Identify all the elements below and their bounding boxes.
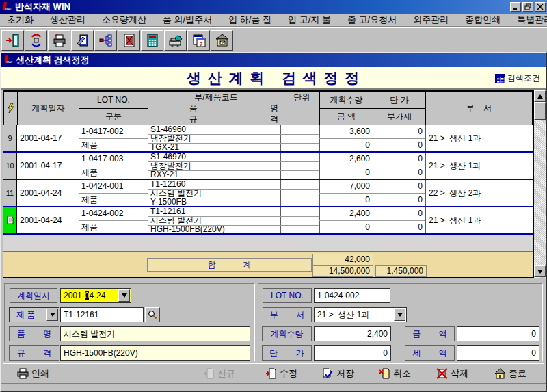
exit-button[interactable]: 종료 (494, 367, 526, 380)
home-mail-icon[interactable] (211, 30, 233, 51)
print-icon[interactable] (48, 30, 70, 51)
plan-date-combobox[interactable]: 2001-04-24 (60, 288, 131, 303)
cancel-button[interactable]: 취소 (379, 367, 411, 380)
tax-input[interactable]: 0 (457, 345, 539, 361)
item-type-dropdown-arrow[interactable] (46, 309, 58, 321)
cell-lot-no: 1-0424-001 (81, 180, 146, 193)
menu-item-init[interactable]: 초기화 (7, 14, 34, 26)
refresh-rotate-icon[interactable] (25, 30, 47, 51)
amount-label: 금 액 (405, 326, 455, 341)
search-button[interactable] (145, 307, 160, 322)
delete-button[interactable]: 삭제 (436, 367, 468, 380)
plan-date-dropdown-arrow[interactable] (118, 289, 130, 302)
lot-no-input[interactable]: 1-0424-002 (314, 288, 390, 303)
cell-lot-no: 1-0424-002 (81, 207, 146, 220)
grid-total-row: 합 계 42,000 14,500,000 1,450,000 (3, 251, 533, 277)
menu-item-order[interactable]: 품 의/발주서 (163, 14, 212, 26)
print-button-icon (17, 368, 29, 379)
cell-lot-no: 1-0417-003 (81, 153, 146, 166)
row-indicator: 11 (3, 180, 17, 206)
scrollbar-thumb[interactable] (534, 102, 546, 120)
plan-date-cursor: 0 (85, 291, 90, 300)
item-spec-field[interactable]: HGH-1500FB(220V) (60, 345, 250, 361)
menu-item-special[interactable]: 특별관리 (517, 14, 547, 26)
machine-tool-icon[interactable] (164, 30, 187, 51)
table-row[interactable]: 9 2001-04-17 1-0417-002 제품 S1-46960 냉장발전… (3, 125, 533, 153)
menu-item-print-all[interactable]: 종합인쇄 (465, 14, 501, 26)
header-band: 생 산 계 획 검 색 정 정 검색조건 (1, 67, 546, 90)
cell-item-spec: RXY-21 (150, 170, 319, 179)
menu-item-production[interactable]: 생산관리 (50, 14, 85, 26)
print-button[interactable]: 인쇄 (17, 367, 49, 380)
header-dept: 부 서 (425, 91, 533, 125)
menu-item-stockin-payment[interactable]: 입 고/지 불 (288, 14, 331, 26)
edit-button[interactable]: 수정 (265, 367, 297, 380)
unit-price-input[interactable]: 0 (314, 345, 391, 361)
menu-item-receiving-quality[interactable]: 입 하/품 질 (228, 14, 271, 26)
tax-label: 세 액 (405, 345, 455, 361)
item-name-label: 품 명 (9, 326, 59, 341)
exit-door-icon[interactable] (1, 30, 24, 51)
save-button[interactable]: 저장 (322, 367, 354, 380)
dept-combobox[interactable]: 21 > 생산 1과 (314, 307, 407, 322)
restore-button[interactable] (522, 2, 533, 12)
item-code-input[interactable]: T1-12161 (60, 307, 144, 322)
cell-gubun: 제품 (81, 221, 146, 234)
dept-label: 부 서 (263, 307, 312, 322)
calendar-icon[interactable]: 7 (187, 30, 210, 51)
scroll-up-button[interactable] (534, 90, 546, 102)
svg-text:MAT: MAT (6, 60, 12, 64)
save-button-icon (322, 368, 334, 379)
table-row-selected[interactable]: 2001-04-24 1-0424-002 제품 T1-12161 시스템 발전… (3, 207, 533, 235)
scroll-down-button[interactable] (534, 265, 546, 277)
row-indicator: 9 (3, 125, 17, 151)
cell-gubun: 제품 (81, 194, 146, 207)
amount-input[interactable]: 0 (457, 326, 539, 341)
item-type-combobox[interactable]: 제 품 (9, 307, 59, 322)
plan-date-prefix: 2001- (64, 291, 85, 300)
window-grid-icon (495, 74, 505, 83)
menu-item-outsourcing[interactable]: 외주관리 (413, 14, 449, 26)
application-window: MAT 반석자재 WIN 초기화 생산관리 소요량계산 품 의/발주서 입 하/… (0, 0, 547, 392)
close-button[interactable] (535, 2, 546, 12)
table-row[interactable]: 10 2001-04-17 1-0417-003 제품 S1-46970 냉장발… (3, 153, 533, 180)
cell-item-code: S1-46960 (150, 125, 279, 134)
cell-dept: 21 > 생산 1과 (429, 125, 531, 151)
edit-document-icon[interactable] (71, 30, 94, 51)
cell-vat: 0 (373, 194, 423, 207)
total-amount: 14,500,000 (312, 265, 373, 277)
hierarchy-tree-icon[interactable] (94, 30, 117, 51)
cell-unit-price: 0 (373, 125, 423, 138)
dept-dropdown-arrow[interactable] (394, 309, 405, 321)
cell-item-name: 시스템 발전기 (150, 189, 319, 198)
row-indicator: 10 (3, 153, 17, 179)
document-icon (7, 216, 14, 224)
calculator-icon[interactable] (141, 30, 163, 51)
cell-item-name: 냉장발전기 (150, 161, 319, 170)
cell-amount: 0 (319, 166, 370, 179)
vertical-scrollbar[interactable] (533, 90, 546, 278)
cell-item-spec: Y-1500FB (150, 198, 319, 206)
cell-unit-price: 0 (373, 153, 423, 166)
child-titlebar: MAT 생산계획 검색정정 (1, 53, 546, 67)
search-condition-button[interactable]: 검색조건 (495, 73, 540, 84)
cell-plan-qty: 2,600 (319, 153, 370, 166)
plan-qty-input[interactable]: 2,400 (314, 326, 391, 341)
cell-item-code: T1-12161 (150, 207, 279, 216)
header-amount: 금 액 (319, 108, 373, 125)
header-unit: 단위 (284, 91, 320, 103)
item-name-field[interactable]: 시스템 발전기 (60, 326, 250, 341)
status-bar (1, 383, 546, 391)
row-indicator-selected (3, 207, 17, 233)
production-plan-grid: 계획일자 LOT NO. 구분 부/제품코드 단위 품 명 규 격 계획수량 금… (3, 90, 533, 278)
menu-item-stockout-request[interactable]: 출 고/요청서 (347, 14, 397, 26)
menu-item-requirements[interactable]: 소요량계산 (102, 14, 146, 26)
search-condition-label: 검색조건 (507, 73, 540, 84)
ledger-book-icon[interactable] (118, 30, 140, 51)
cell-gubun: 제품 (81, 166, 146, 179)
minimize-button[interactable] (510, 2, 521, 12)
table-row[interactable]: 11 2001-04-24 1-0424-001 제품 T1-12160 시스템… (3, 180, 533, 207)
cell-amount: 0 (319, 194, 370, 207)
total-label: 합 계 (147, 258, 312, 272)
header-item-code: 부/제품코드 (148, 91, 284, 103)
